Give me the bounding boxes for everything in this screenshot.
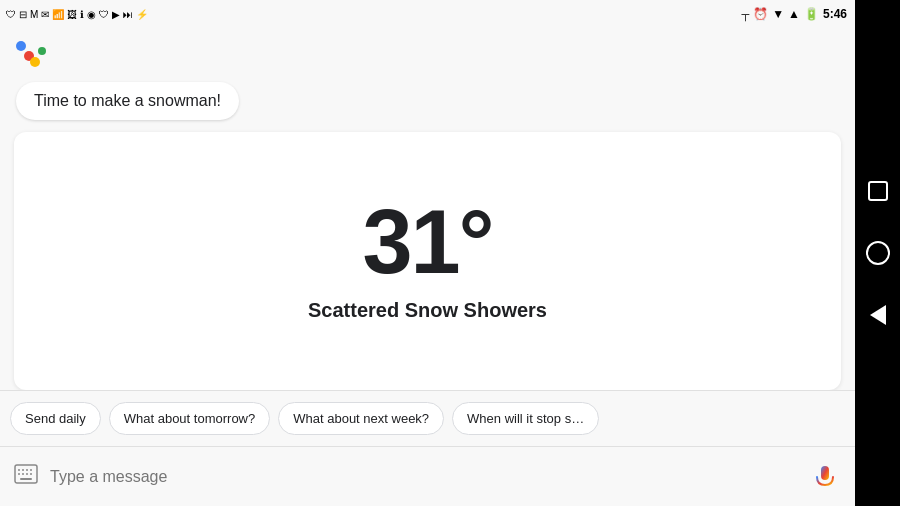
- weather-description: Scattered Snow Showers: [308, 299, 547, 322]
- keyboard-icon: [14, 464, 38, 490]
- suggestion-chip-send-daily[interactable]: Send daily: [10, 402, 101, 435]
- wifi-signal-icon: ▼: [772, 7, 784, 21]
- back-button[interactable]: [870, 305, 886, 325]
- play-icon: ▶: [112, 9, 120, 20]
- phone-screen: 🛡 ⊟ M ✉ 📶 🖼 ℹ ◉ 🛡 ▶ ⏭ ⚡ ┬ ⏰ ▼ ▲ 🔋 5:46: [0, 0, 855, 506]
- shield2-icon: 🛡: [99, 9, 109, 20]
- suggestion-chip-when-stop[interactable]: When will it stop s…: [452, 402, 599, 435]
- navigation-bar: [855, 0, 900, 506]
- image-icon: 🖼: [67, 9, 77, 20]
- email-icon: ✉: [41, 9, 49, 20]
- input-bar: [0, 446, 855, 506]
- dot-yellow: [30, 57, 40, 67]
- weather-temperature: 31°: [362, 197, 492, 287]
- status-bar: 🛡 ⊟ M ✉ 📶 🖼 ℹ ◉ 🛡 ▶ ⏭ ⚡ ┬ ⏰ ▼ ▲ 🔋 5:46: [0, 0, 855, 28]
- battery-icon: 🔋: [804, 7, 819, 21]
- svg-rect-10: [821, 466, 829, 480]
- assistant-message-text: Time to make a snowman!: [34, 92, 221, 109]
- status-icons-right: ┬ ⏰ ▼ ▲ 🔋 5:46: [741, 7, 847, 21]
- record-icon: ◉: [87, 9, 96, 20]
- suggestions-row: Send daily What about tomorrow? What abo…: [0, 390, 855, 446]
- google-assistant-logo: [16, 35, 52, 71]
- alarm-icon: ⏰: [753, 7, 768, 21]
- message-container: Time to make a snowman!: [0, 78, 855, 132]
- suggestion-chip-next-week[interactable]: What about next week?: [278, 402, 444, 435]
- message-input[interactable]: [50, 468, 797, 486]
- suggestion-chip-tomorrow[interactable]: What about tomorrow?: [109, 402, 271, 435]
- shield-icon: 🛡: [6, 9, 16, 20]
- info-icon: ℹ: [80, 9, 84, 20]
- cell-signal-icon: ▲: [788, 7, 800, 21]
- bluetooth-icon: ┬: [741, 8, 749, 20]
- dot-blue: [16, 41, 26, 51]
- gmail-icon: M: [30, 9, 38, 20]
- window-icon: ⊟: [19, 9, 27, 20]
- microphone-button[interactable]: [809, 461, 841, 493]
- wifi-icon: 📶: [52, 9, 64, 20]
- time-display: 5:46: [823, 7, 847, 21]
- skip-icon: ⏭: [123, 9, 133, 20]
- flash-icon: ⚡: [136, 9, 148, 20]
- assistant-header: [0, 28, 855, 78]
- recent-apps-button[interactable]: [868, 181, 888, 201]
- status-icons-left: 🛡 ⊟ M ✉ 📶 🖼 ℹ ◉ 🛡 ▶ ⏭ ⚡: [6, 9, 148, 20]
- home-button[interactable]: [866, 241, 890, 265]
- weather-card: 31° Scattered Snow Showers: [14, 132, 841, 390]
- dot-green: [38, 47, 46, 55]
- assistant-message-bubble: Time to make a snowman!: [16, 82, 239, 120]
